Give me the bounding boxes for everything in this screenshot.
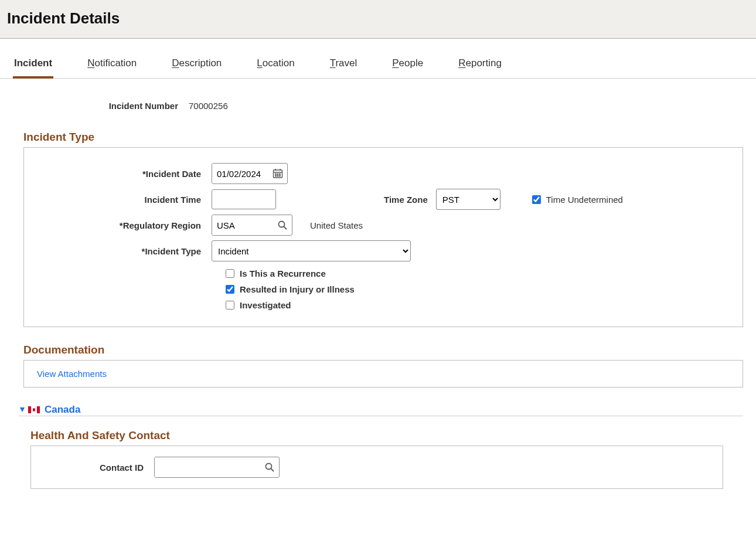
svg-point-6 [280,174,281,175]
svg-point-8 [277,175,278,176]
canada-collapse-header[interactable]: Canada [19,404,743,416]
time-undetermined-checkbox[interactable] [532,195,541,204]
svg-line-14 [271,469,274,472]
health-safety-section: Contact ID [30,446,723,489]
regulatory-region-label: *Regulatory Region [36,220,212,230]
incident-type-label: *Incident Type [36,246,212,256]
svg-point-4 [275,174,277,175]
canada-label[interactable]: Canada [45,404,80,416]
health-safety-section-title: Health And Safety Contact [30,429,743,442]
tab-people[interactable]: People [391,53,424,78]
contact-id-label: Contact ID [43,463,154,473]
svg-point-13 [266,464,272,470]
view-attachments-link[interactable]: View Attachments [37,369,107,379]
documentation-section: View Attachments [23,360,743,388]
calendar-icon[interactable] [268,164,287,183]
is-recurrence-checkbox[interactable] [226,269,234,278]
incident-date-input-wrap [212,163,288,184]
tab-description[interactable]: Description [171,53,223,78]
incident-type-select[interactable]: Incident [212,240,411,261]
page-title: Incident Details [7,9,749,28]
regulatory-region-display: United States [310,220,363,230]
time-undetermined-label[interactable]: Time Undetermined [546,195,623,205]
svg-point-5 [277,174,278,175]
time-zone-select[interactable]: PST [436,189,500,210]
svg-point-10 [279,222,285,227]
is-recurrence-label[interactable]: Is This a Recurrence [240,268,326,278]
incident-time-label: Incident Time [36,195,212,205]
svg-point-9 [280,175,281,176]
tab-reporting[interactable]: Reporting [457,53,503,78]
contact-id-input[interactable] [155,457,260,477]
investigated-checkbox[interactable] [226,301,234,310]
incident-type-section-title: Incident Type [23,131,743,144]
incident-time-input[interactable] [212,189,276,209]
incident-number-value: 70000256 [189,101,228,111]
contact-id-input-wrap [154,457,280,478]
tab-location[interactable]: Location [256,53,295,78]
tab-travel[interactable]: Travel [329,53,359,78]
collapse-triangle-icon[interactable] [19,406,26,413]
search-icon[interactable] [273,215,292,235]
search-icon[interactable] [260,457,279,477]
resulted-injury-checkbox[interactable] [226,285,234,294]
investigated-label[interactable]: Investigated [240,300,291,310]
incident-type-section: *Incident Date [23,147,743,327]
regulatory-region-input-wrap [212,215,292,236]
svg-point-7 [275,175,277,176]
incident-date-input[interactable] [212,164,268,183]
tabs-container: Incident Notification Description Locati… [0,39,756,79]
tab-notification[interactable]: Notification [86,53,138,78]
resulted-injury-label[interactable]: Resulted in Injury or Illness [240,284,355,294]
tab-incident[interactable]: Incident [13,53,53,79]
incident-number-label: Incident Number [13,101,189,111]
svg-marker-12 [20,407,25,412]
time-zone-label: Time Zone [384,195,428,205]
regulatory-region-input[interactable] [212,215,273,235]
documentation-section-title: Documentation [23,344,743,356]
canada-flag-icon [28,406,40,413]
incident-date-label: *Incident Date [36,169,212,179]
svg-line-11 [284,227,287,230]
